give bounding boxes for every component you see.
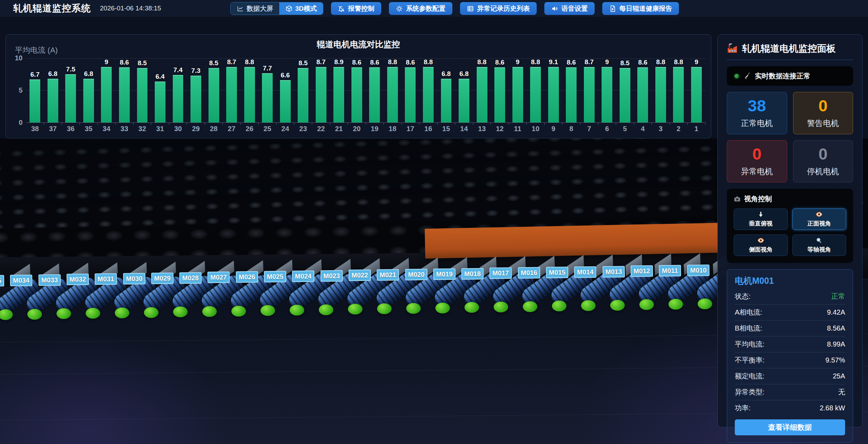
motor-label-M021[interactable]: M021 bbox=[377, 269, 399, 281]
bar-motor-33[interactable]: 8.6 bbox=[116, 58, 134, 122]
bar-value-label: 8.6 bbox=[495, 59, 504, 66]
motor-label-M017[interactable]: M017 bbox=[490, 267, 512, 279]
motor-label-M026[interactable]: M026 bbox=[236, 271, 258, 283]
current-comparison-chart-panel: 辊道电机电流对比监控 平均电流 (A) 10 5 0 6.76.87.56.89… bbox=[6, 34, 711, 138]
motor-label-M032[interactable]: M032 bbox=[67, 274, 89, 285]
motor-label-M029[interactable]: M029 bbox=[151, 272, 173, 284]
x-tick-label: 13 bbox=[473, 125, 491, 133]
view-button-0[interactable]: 垂直俯视 bbox=[734, 208, 788, 230]
mode-toggle-dashboard[interactable]: 数据大屏 bbox=[231, 2, 279, 15]
camera-icon bbox=[734, 196, 741, 203]
motor-label-M030[interactable]: M030 bbox=[123, 273, 145, 285]
motor-label-M035[interactable]: M035 bbox=[0, 275, 4, 287]
bar-motor-6[interactable]: 9 bbox=[598, 58, 616, 122]
bar-motor-15[interactable]: 6.8 bbox=[437, 58, 455, 122]
bar-motor-37[interactable]: 6.8 bbox=[44, 58, 62, 122]
motor-end-cap bbox=[27, 309, 42, 319]
bar-motor-19[interactable]: 8.6 bbox=[366, 58, 384, 122]
stat-label: 正常电机 bbox=[741, 118, 773, 129]
bar-motor-20[interactable]: 8.6 bbox=[348, 58, 366, 122]
bar-motor-35[interactable]: 6.8 bbox=[80, 58, 98, 122]
motor-end-cap bbox=[581, 300, 596, 311]
bar-motor-13[interactable]: 8.8 bbox=[473, 58, 491, 122]
bar-motor-22[interactable]: 8.7 bbox=[312, 58, 330, 122]
view-button-1[interactable]: 正面视角 bbox=[792, 208, 846, 230]
stat-card-stopped[interactable]: 0停机电机 bbox=[793, 140, 853, 182]
bar-motor-23[interactable]: 8.5 bbox=[294, 58, 312, 122]
bar-motor-9[interactable]: 9.1 bbox=[544, 58, 562, 122]
view-button-2[interactable]: 侧面视角 bbox=[734, 234, 788, 256]
motor-label-M024[interactable]: M024 bbox=[292, 270, 314, 282]
motor-label-M014[interactable]: M014 bbox=[574, 266, 596, 278]
bar-motor-4[interactable]: 8.6 bbox=[634, 58, 652, 122]
toolbar-button-1[interactable]: 系统参数配置 bbox=[389, 2, 452, 15]
motor-label-M031[interactable]: M031 bbox=[95, 273, 117, 285]
motor-label-M023[interactable]: M023 bbox=[320, 270, 342, 282]
detail-value: 无 bbox=[838, 387, 845, 397]
bar-motor-31[interactable]: 6.4 bbox=[151, 58, 169, 122]
motor-label-M016[interactable]: M016 bbox=[518, 267, 540, 279]
toolbar-button-0[interactable]: 报警控制 bbox=[331, 2, 381, 15]
bar-motor-24[interactable]: 6.6 bbox=[276, 58, 294, 122]
bar-motor-12[interactable]: 8.6 bbox=[491, 58, 509, 122]
list-icon bbox=[467, 5, 474, 12]
stat-card-error[interactable]: 0异常电机 bbox=[727, 140, 787, 182]
motor-label-M027[interactable]: M027 bbox=[207, 272, 230, 283]
motor-label-M025[interactable]: M025 bbox=[264, 271, 286, 283]
motor-label-M020[interactable]: M020 bbox=[405, 269, 427, 281]
motor-label-M015[interactable]: M015 bbox=[546, 267, 568, 279]
toolbar-button-3[interactable]: 语音设置 bbox=[544, 2, 595, 15]
bar-value-label: 8.5 bbox=[209, 59, 218, 67]
detail-label: 不平衡率: bbox=[735, 356, 765, 365]
x-tick-label: 28 bbox=[205, 125, 223, 133]
motor-label-M028[interactable]: M028 bbox=[179, 272, 202, 284]
bar-motor-8[interactable]: 8.6 bbox=[562, 58, 580, 122]
toolbar-button-4[interactable]: 每日辊道健康报告 bbox=[602, 2, 679, 15]
bar-motor-25[interactable]: 7.7 bbox=[258, 58, 276, 122]
bar bbox=[494, 67, 505, 122]
motor-label-M019[interactable]: M019 bbox=[433, 268, 456, 280]
bar-motor-10[interactable]: 8.8 bbox=[527, 58, 545, 122]
bar-motor-1[interactable]: 9 bbox=[688, 58, 706, 122]
bar-motor-34[interactable]: 9 bbox=[97, 58, 116, 122]
toolbar-button-2[interactable]: 异常记录历史列表 bbox=[460, 2, 537, 15]
detail-label: B相电流: bbox=[735, 324, 762, 333]
mode-toggle-3d[interactable]: 3D模式 bbox=[279, 2, 323, 15]
bar-motor-14[interactable]: 6.8 bbox=[455, 58, 473, 122]
view-button-3[interactable]: 等轴视角 bbox=[792, 234, 846, 256]
motor-label-M013[interactable]: M013 bbox=[602, 266, 624, 278]
bar-motor-28[interactable]: 8.5 bbox=[205, 58, 223, 122]
bar-motor-7[interactable]: 8.7 bbox=[580, 58, 598, 122]
motor-label-M012[interactable]: M012 bbox=[631, 265, 653, 277]
motor-label-M011[interactable]: M011 bbox=[659, 265, 681, 277]
stat-value: 38 bbox=[748, 97, 766, 114]
motor-label-M034[interactable]: M034 bbox=[10, 274, 32, 286]
bar-motor-29[interactable]: 7.3 bbox=[187, 58, 205, 122]
stat-card-normal[interactable]: 38正常电机 bbox=[727, 92, 787, 134]
bar-motor-36[interactable]: 7.5 bbox=[62, 58, 80, 122]
bar-motor-11[interactable]: 9 bbox=[509, 58, 527, 122]
x-tick-label: 34 bbox=[97, 125, 116, 133]
bar-motor-30[interactable]: 7.4 bbox=[169, 58, 187, 122]
motor-label-M033[interactable]: M033 bbox=[38, 274, 60, 286]
chart-title: 辊道电机电流对比监控 bbox=[6, 39, 711, 50]
motor-label-M022[interactable]: M022 bbox=[349, 270, 371, 281]
bar-value-label: 9.1 bbox=[549, 58, 558, 66]
bar-motor-2[interactable]: 8.8 bbox=[670, 58, 688, 122]
detail-label: A相电流: bbox=[735, 308, 762, 317]
bar-motor-5[interactable]: 8.5 bbox=[616, 58, 634, 122]
bar-motor-3[interactable]: 8.8 bbox=[652, 58, 670, 122]
motor-label-M018[interactable]: M018 bbox=[461, 268, 484, 280]
bar-motor-16[interactable]: 8.8 bbox=[419, 58, 437, 122]
bar-motor-17[interactable]: 8.6 bbox=[401, 58, 419, 122]
bar-motor-21[interactable]: 8.9 bbox=[330, 58, 348, 122]
bar-motor-32[interactable]: 8.5 bbox=[133, 58, 151, 122]
bar-motor-27[interactable]: 8.7 bbox=[223, 58, 241, 122]
detail-value: 2.68 kW bbox=[820, 404, 845, 412]
bar-motor-38[interactable]: 6.7 bbox=[26, 58, 44, 122]
view-details-button[interactable]: 查看详细数据 bbox=[735, 419, 845, 435]
bar-motor-26[interactable]: 8.8 bbox=[240, 58, 258, 122]
stat-card-warning[interactable]: 0警告电机 bbox=[793, 92, 853, 134]
motor-label-M010[interactable]: M010 bbox=[687, 265, 709, 276]
bar-motor-18[interactable]: 8.8 bbox=[384, 58, 402, 122]
